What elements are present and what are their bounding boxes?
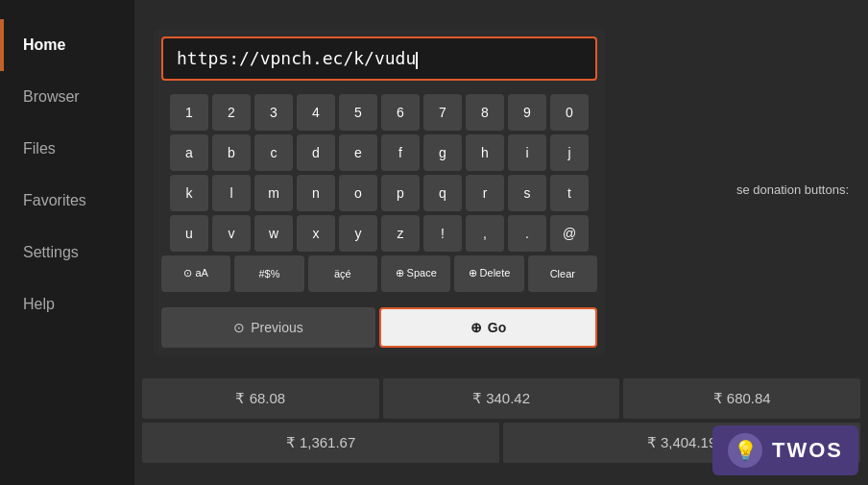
key-space[interactable]: ⊕ Space: [381, 255, 450, 292]
key-v[interactable]: v: [212, 215, 251, 252]
key-u[interactable]: u: [170, 215, 208, 252]
key-d[interactable]: d: [297, 134, 335, 171]
key-b[interactable]: b: [212, 134, 251, 171]
key-8[interactable]: 8: [466, 94, 504, 131]
sidebar-label-help: Help: [23, 296, 55, 312]
key-row-letters-2: k l m n o p q r s t: [161, 175, 597, 211]
key-n[interactable]: n: [297, 175, 335, 211]
key-accents[interactable]: äçé: [308, 255, 377, 292]
key-1[interactable]: 1: [170, 94, 208, 131]
key-5[interactable]: 5: [339, 94, 377, 131]
key-row-letters-1: a b c d e f g h i j: [161, 134, 597, 171]
key-p[interactable]: p: [381, 175, 420, 211]
amount-cell-4[interactable]: ₹ 1,361.67: [142, 423, 499, 463]
key-9[interactable]: 9: [508, 94, 546, 131]
bulb-emoji: 💡: [734, 439, 758, 462]
key-clear[interactable]: Clear: [528, 255, 597, 292]
key-symbols[interactable]: #$%: [234, 255, 303, 292]
key-f[interactable]: f: [381, 134, 420, 171]
key-row-letters-3: u v w x y z ! , . @: [161, 215, 597, 252]
key-l[interactable]: l: [212, 175, 251, 211]
amount-cell-3[interactable]: ₹ 680.84: [623, 378, 860, 419]
sidebar-item-help[interactable]: Help: [0, 279, 134, 330]
sidebar-label-favorites: Favorites: [23, 192, 86, 208]
key-w[interactable]: w: [254, 215, 293, 252]
amount-cell-1[interactable]: ₹ 68.08: [142, 378, 379, 419]
sidebar-label-files: Files: [23, 140, 56, 157]
url-cursor: [416, 52, 418, 69]
previous-label: Previous: [251, 320, 302, 335]
key-x[interactable]: x: [297, 215, 335, 252]
key-m[interactable]: m: [254, 175, 293, 211]
key-2[interactable]: 2: [212, 94, 251, 131]
key-7[interactable]: 7: [423, 94, 462, 131]
key-y[interactable]: y: [339, 215, 377, 252]
sidebar: Home Browser Files Favorites Settings He…: [0, 0, 134, 485]
sidebar-item-browser[interactable]: Browser: [0, 71, 134, 123]
key-6[interactable]: 6: [381, 94, 420, 131]
main-content: se donation buttons: ₹ 68.08 ₹ 340.42 ₹ …: [134, 0, 868, 485]
key-t[interactable]: t: [550, 175, 589, 211]
key-k[interactable]: k: [170, 175, 208, 211]
go-label: Go: [488, 320, 506, 335]
twos-logo: 💡 TWOS: [712, 425, 858, 475]
sidebar-label-settings: Settings: [23, 244, 79, 260]
key-c[interactable]: c: [254, 134, 293, 171]
key-h[interactable]: h: [466, 134, 504, 171]
key-q[interactable]: q: [423, 175, 462, 211]
key-z[interactable]: z: [381, 215, 420, 252]
key-a[interactable]: a: [170, 134, 208, 171]
key-0[interactable]: 0: [550, 94, 589, 131]
url-input-container[interactable]: https://vpnch.ec/k/vudu: [161, 36, 597, 81]
key-r[interactable]: r: [466, 175, 504, 211]
sidebar-item-home[interactable]: Home: [0, 19, 134, 71]
key-at[interactable]: @: [550, 215, 589, 252]
key-i[interactable]: i: [508, 134, 546, 171]
key-e[interactable]: e: [339, 134, 377, 171]
amount-cell-2[interactable]: ₹ 340.42: [383, 378, 620, 419]
keyboard-overlay: https://vpnch.ec/k/vudu 1 2 3 4 5 6 7 8 …: [154, 29, 605, 355]
key-period[interactable]: .: [508, 215, 546, 252]
donation-text: se donation buttons:: [736, 182, 849, 197]
previous-button[interactable]: ⊙ Previous: [161, 307, 375, 348]
nav-row: ⊙ Previous ⊕ Go: [161, 307, 597, 348]
go-icon: ⊕: [470, 320, 482, 335]
key-comma[interactable]: ,: [466, 215, 504, 252]
keyboard-body: 1 2 3 4 5 6 7 8 9 0 a b c d e f g h: [154, 88, 605, 303]
sidebar-label-browser: Browser: [23, 88, 80, 105]
key-delete[interactable]: ⊕ Delete: [454, 255, 523, 292]
url-input-text: https://vpnch.ec/k/vudu: [177, 48, 416, 68]
previous-icon: ⊙: [233, 320, 245, 335]
twos-label: TWOS: [772, 438, 843, 463]
go-button[interactable]: ⊕ Go: [379, 307, 597, 348]
key-j[interactable]: j: [550, 134, 589, 171]
sidebar-label-home: Home: [23, 36, 65, 53]
key-4[interactable]: 4: [297, 94, 335, 131]
sidebar-item-files[interactable]: Files: [0, 123, 134, 175]
key-o[interactable]: o: [339, 175, 377, 211]
twos-bulb-icon: 💡: [728, 433, 762, 468]
sidebar-item-favorites[interactable]: Favorites: [0, 175, 134, 227]
key-row-special: ⊙ aA #$% äçé ⊕ Space ⊕ Delete Clear: [161, 255, 597, 292]
key-row-numbers: 1 2 3 4 5 6 7 8 9 0: [161, 94, 597, 131]
sidebar-item-settings[interactable]: Settings: [0, 227, 134, 279]
key-g[interactable]: g: [423, 134, 462, 171]
key-3[interactable]: 3: [254, 94, 293, 131]
amounts-row-1: ₹ 68.08 ₹ 340.42 ₹ 680.84: [142, 378, 860, 419]
key-s[interactable]: s: [508, 175, 546, 211]
key-exclaim[interactable]: !: [423, 215, 462, 252]
key-caps[interactable]: ⊙ aA: [161, 255, 230, 292]
